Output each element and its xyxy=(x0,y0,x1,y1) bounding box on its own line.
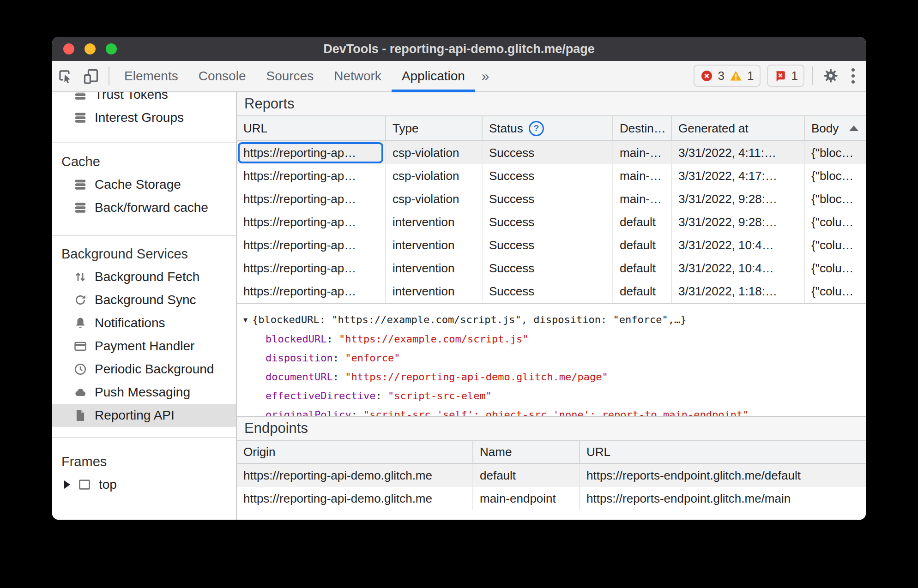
close-window-button[interactable] xyxy=(63,43,74,54)
error-icon xyxy=(700,69,713,83)
sidebar-item-reporting-api[interactable]: Reporting API xyxy=(52,404,236,427)
tab-application[interactable]: Application xyxy=(392,61,475,91)
tab-sources[interactable]: Sources xyxy=(256,61,324,91)
issues-count: 1 xyxy=(791,69,798,83)
panel-tabs: Elements Console Sources Network Applica… xyxy=(114,61,496,91)
more-tabs-button[interactable]: » xyxy=(475,61,496,91)
sidebar-item-label: Background Sync xyxy=(95,293,196,307)
report-body-preview: ▼{blockedURL: "https://example.com/scrip… xyxy=(237,304,866,416)
console-status-button[interactable]: 3 1 xyxy=(694,65,761,87)
sidebar-item-label: Background Fetch xyxy=(95,270,199,284)
sync-icon xyxy=(73,293,87,307)
settings-button[interactable] xyxy=(820,67,841,84)
report-row[interactable]: https://reporting-ap… csp-violation Succ… xyxy=(237,141,866,164)
devtools-window: DevTools - reporting-api-demo.glitch.me/… xyxy=(52,37,866,520)
endpoints-table-header: Origin Name URL xyxy=(237,441,866,464)
report-row[interactable]: https://reporting-ap… intervention Succe… xyxy=(237,257,866,280)
json-property: originalPolicy: "script-src 'self'; obje… xyxy=(243,405,866,416)
more-options-button[interactable] xyxy=(848,68,858,84)
endpoints-table: https://reporting-api-demo.glitch.me def… xyxy=(237,464,866,510)
reports-section-title: Reports xyxy=(237,92,866,116)
sidebar-item-cache-storage[interactable]: Cache Storage xyxy=(52,173,236,196)
document-icon xyxy=(73,408,87,422)
inspect-cursor-icon xyxy=(56,67,74,85)
inspect-element-button[interactable] xyxy=(52,61,78,91)
column-header-status[interactable]: Status ? xyxy=(483,116,613,140)
sidebar-item-label: top xyxy=(99,477,117,492)
window-title: DevTools - reporting-api-demo.glitch.me/… xyxy=(323,42,595,56)
report-row[interactable]: https://reporting-ap… intervention Succe… xyxy=(237,210,866,234)
column-header-endpoint-url[interactable]: URL xyxy=(580,441,866,463)
sidebar-item-payment-handler[interactable]: Payment Handler xyxy=(52,335,236,358)
sidebar-item-interest-groups[interactable]: Interest Groups xyxy=(52,106,236,129)
sidebar-item-label: Interest Groups xyxy=(95,110,184,125)
device-toolbar-icon xyxy=(82,67,100,85)
column-header-destination[interactable]: Destin… xyxy=(613,116,672,140)
report-row[interactable]: https://reporting-ap… csp-violation Succ… xyxy=(237,164,866,187)
sidebar-section-cache: Cache xyxy=(52,150,236,173)
toolbar-divider xyxy=(812,66,813,85)
up-down-arrows-icon xyxy=(73,270,87,284)
database-icon xyxy=(73,111,87,125)
sidebar-section-frames: Frames xyxy=(52,450,236,473)
maximize-window-button[interactable] xyxy=(106,43,117,54)
column-header-origin[interactable]: Origin xyxy=(237,441,473,463)
sidebar-item-background-sync[interactable]: Background Sync xyxy=(52,288,236,312)
endpoint-row: https://reporting-api-demo.glitch.me mai… xyxy=(237,487,866,510)
database-icon xyxy=(73,201,87,215)
tab-network[interactable]: Network xyxy=(324,61,392,91)
device-toolbar-button[interactable] xyxy=(78,61,104,91)
application-sidebar: Trust Tokens Interest Groups Cache Cache… xyxy=(52,92,237,520)
sidebar-item-label: Payment Handler xyxy=(95,339,194,354)
panel-filler xyxy=(237,510,866,520)
column-header-name[interactable]: Name xyxy=(473,441,580,463)
sidebar-item-label: Trust Tokens xyxy=(95,92,168,102)
bell-icon xyxy=(73,316,87,330)
database-icon xyxy=(73,178,87,192)
sidebar-item-background-fetch[interactable]: Background Fetch xyxy=(52,265,236,288)
json-preview-line[interactable]: ▼{blockedURL: "https://example.com/scrip… xyxy=(243,310,866,330)
sidebar-item-top-frame[interactable]: top xyxy=(52,473,236,496)
json-property: blockedURL: "https://example.com/script.… xyxy=(243,330,866,348)
traffic-lights xyxy=(63,37,117,61)
error-count: 3 xyxy=(718,69,725,83)
sidebar-item-periodic-background-sync[interactable]: Periodic Background xyxy=(52,358,236,381)
database-icon xyxy=(73,92,87,102)
column-header-body[interactable]: Body xyxy=(805,116,866,140)
toolbar-right-cluster: 3 1 1 xyxy=(694,61,858,90)
column-header-url[interactable]: URL xyxy=(237,116,386,140)
sidebar-item-label: Push Messaging xyxy=(95,385,190,400)
sidebar-item-notifications[interactable]: Notifications xyxy=(52,312,236,335)
report-row[interactable]: https://reporting-ap… intervention Succe… xyxy=(237,280,866,303)
json-property: disposition: "enforce" xyxy=(243,348,866,367)
gear-icon xyxy=(822,67,839,84)
column-header-generated-at[interactable]: Generated at xyxy=(672,116,805,140)
reports-table: https://reporting-ap… csp-violation Succ… xyxy=(237,141,866,304)
expand-caret-icon[interactable] xyxy=(64,480,70,489)
sidebar-item-back-forward-cache[interactable]: Back/forward cache xyxy=(52,196,236,219)
issues-button[interactable]: 1 xyxy=(767,65,804,87)
report-row[interactable]: https://reporting-ap… csp-violation Succ… xyxy=(237,187,866,210)
tab-elements[interactable]: Elements xyxy=(114,61,188,91)
sidebar-item-label: Notifications xyxy=(95,316,165,330)
sort-ascending-icon xyxy=(849,126,858,131)
reporting-api-panel: Reports URL Type Status ? Destin… Genera… xyxy=(237,92,866,520)
column-header-type[interactable]: Type xyxy=(386,116,483,140)
report-row[interactable]: https://reporting-ap… intervention Succe… xyxy=(237,234,866,257)
sidebar-item-label: Cache Storage xyxy=(95,177,181,192)
issues-icon xyxy=(773,69,787,83)
sidebar-section-background-services: Background Services xyxy=(52,242,236,265)
endpoint-row: https://reporting-api-demo.glitch.me def… xyxy=(237,464,866,487)
warning-icon xyxy=(729,69,743,83)
cloud-icon xyxy=(73,385,87,399)
sidebar-item-trust-tokens[interactable]: Trust Tokens xyxy=(52,92,236,106)
tab-console[interactable]: Console xyxy=(188,61,256,91)
sidebar-item-push-messaging[interactable]: Push Messaging xyxy=(52,381,236,404)
sidebar-item-label: Periodic Background xyxy=(95,362,214,377)
collapse-caret-icon[interactable]: ▼ xyxy=(243,311,248,330)
toolbar-divider xyxy=(109,67,109,85)
minimize-window-button[interactable] xyxy=(85,43,96,54)
sidebar-item-label: Back/forward cache xyxy=(95,200,208,215)
status-help-icon[interactable]: ? xyxy=(529,121,544,136)
devtools-toolbar: Elements Console Sources Network Applica… xyxy=(52,61,866,92)
